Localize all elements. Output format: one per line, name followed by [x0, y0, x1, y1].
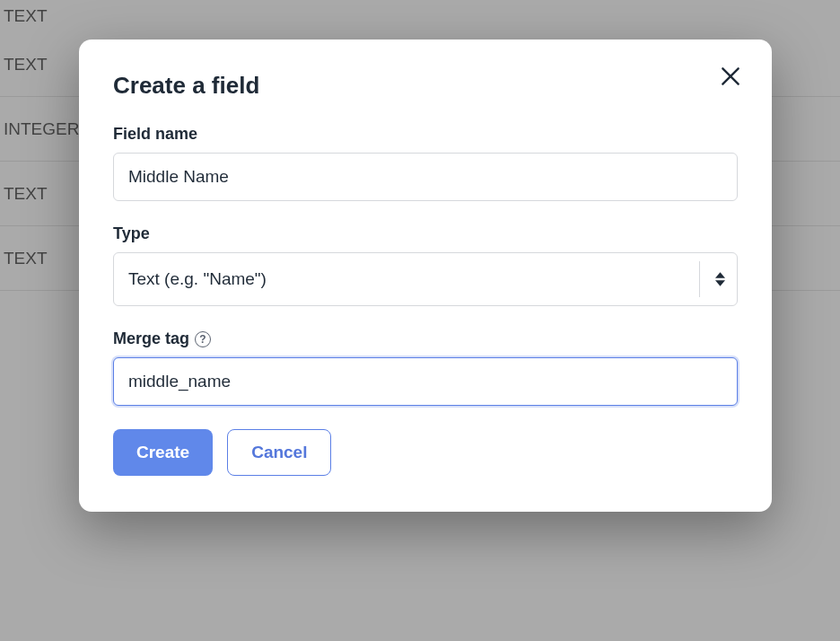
cancel-button[interactable]: Cancel	[227, 429, 331, 476]
merge-tag-input[interactable]	[113, 357, 738, 406]
create-field-modal: Create a field Field name Type Text (e.g…	[79, 40, 772, 512]
field-name-label: Field name	[113, 125, 738, 144]
button-row: Create Cancel	[113, 429, 738, 476]
field-type-select[interactable]: Text (e.g. "Name")	[113, 252, 738, 306]
close-icon	[719, 65, 742, 91]
help-icon[interactable]: ?	[195, 331, 211, 347]
field-type-label: Type	[113, 224, 738, 243]
field-type-group: Type Text (e.g. "Name")	[113, 224, 738, 306]
close-button[interactable]	[714, 61, 747, 93]
merge-tag-label-text: Merge tag	[113, 329, 189, 348]
create-button[interactable]: Create	[113, 429, 213, 476]
select-divider	[699, 261, 700, 297]
modal-title: Create a field	[113, 72, 738, 100]
field-type-value: Text (e.g. "Name")	[128, 269, 267, 289]
field-name-group: Field name	[113, 125, 738, 201]
merge-tag-group: Merge tag ?	[113, 329, 738, 406]
field-name-input[interactable]	[113, 153, 738, 201]
merge-tag-label: Merge tag ?	[113, 329, 738, 348]
